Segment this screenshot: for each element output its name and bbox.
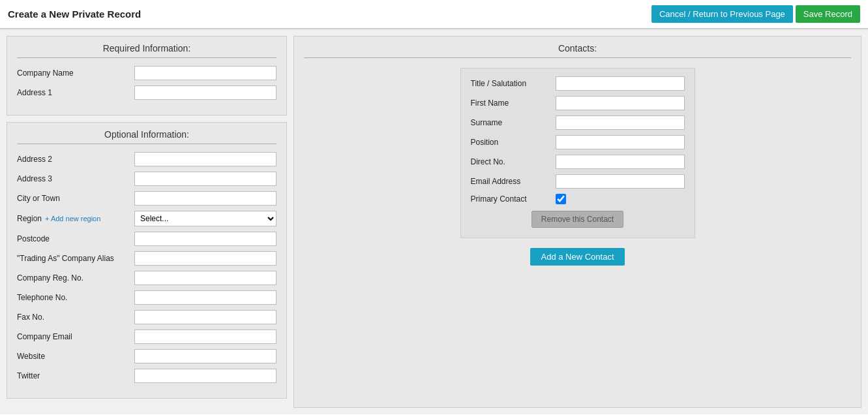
title-salutation-label: Title / Salutation [471,79,556,88]
region-label-group: Region + Add new region [17,214,134,223]
reg-label: Company Reg. No. [17,273,134,283]
main-content: Required Information: Company Name Addre… [0,29,868,414]
city-row: City or Town [17,191,277,206]
primary-contact-row: Primary Contact [471,194,685,204]
add-region-link[interactable]: + Add new region [45,215,100,223]
header-buttons: Cancel / Return to Previous Page Save Re… [651,5,860,23]
city-label: City or Town [17,194,134,203]
contacts-section-title: Contacts: [304,43,851,58]
company-email-label: Company Email [17,332,134,341]
required-section: Required Information: Company Name Addre… [7,36,287,115]
company-email-input[interactable] [134,330,277,344]
contact-email-label: Email Address [471,177,556,186]
add-contact-button[interactable]: Add a New Contact [530,248,624,266]
contact-card: Title / Salutation First Name Surname Po… [460,68,695,238]
address1-row: Address 1 [17,85,277,100]
city-input[interactable] [134,191,277,206]
title-salutation-input[interactable] [556,76,685,91]
alias-input[interactable] [134,251,277,266]
optional-section-title: Optional Information: [17,129,277,144]
direct-no-label: Direct No. [471,157,556,166]
telephone-row: Telephone No. [17,290,277,305]
title-salutation-row: Title / Salutation [471,76,685,91]
region-select[interactable]: Select... [134,211,277,226]
alias-label: "Trading As" Company Alias [17,254,134,263]
left-panel: Required Information: Company Name Addre… [7,36,287,408]
firstname-row: First Name [471,96,685,110]
page-header: Create a New Private Record Cancel / Ret… [0,0,868,29]
optional-section: Optional Information: Address 2 Address … [7,122,287,399]
remove-contact-button[interactable]: Remove this Contact [531,211,623,228]
required-section-title: Required Information: [17,43,277,58]
website-input[interactable] [134,349,277,363]
save-button[interactable]: Save Record [796,5,860,23]
region-row: Region + Add new region Select... [17,211,277,226]
address3-label: Address 3 [17,174,134,183]
address3-row: Address 3 [17,172,277,186]
position-row: Position [471,135,685,149]
reg-row: Company Reg. No. [17,271,277,285]
primary-contact-label: Primary Contact [471,194,556,204]
address1-label: Address 1 [17,88,134,97]
postcode-row: Postcode [17,232,277,246]
direct-no-row: Direct No. [471,155,685,169]
website-label: Website [17,352,134,361]
address2-row: Address 2 [17,152,277,166]
firstname-label: First Name [471,99,556,108]
address1-input[interactable] [134,85,277,100]
surname-row: Surname [471,115,685,130]
reg-input[interactable] [134,271,277,285]
twitter-label: Twitter [17,371,134,380]
website-row: Website [17,349,277,363]
position-label: Position [471,138,556,147]
fax-row: Fax No. [17,310,277,324]
company-email-row: Company Email [17,330,277,344]
primary-contact-checkbox[interactable] [556,194,566,204]
address2-input[interactable] [134,152,277,166]
telephone-input[interactable] [134,290,277,305]
company-name-row: Company Name [17,66,277,80]
fax-label: Fax No. [17,313,134,322]
region-label: Region [17,214,42,223]
fax-input[interactable] [134,310,277,324]
contact-email-input[interactable] [556,174,685,189]
direct-no-input[interactable] [556,155,685,169]
contacts-panel: Contacts: Title / Salutation First Name … [293,36,861,408]
telephone-label: Telephone No. [17,293,134,302]
twitter-row: Twitter [17,369,277,383]
position-input[interactable] [556,135,685,149]
address2-label: Address 2 [17,155,134,164]
postcode-label: Postcode [17,234,134,243]
firstname-input[interactable] [556,96,685,110]
twitter-input[interactable] [134,369,277,383]
surname-label: Surname [471,118,556,127]
alias-row: "Trading As" Company Alias [17,251,277,266]
address3-input[interactable] [134,172,277,186]
page-title: Create a New Private Record [8,8,141,20]
contact-email-row: Email Address [471,174,685,189]
surname-input[interactable] [556,115,685,130]
cancel-button[interactable]: Cancel / Return to Previous Page [651,5,793,23]
company-name-label: Company Name [17,69,134,78]
postcode-input[interactable] [134,232,277,246]
company-name-input[interactable] [134,66,277,80]
